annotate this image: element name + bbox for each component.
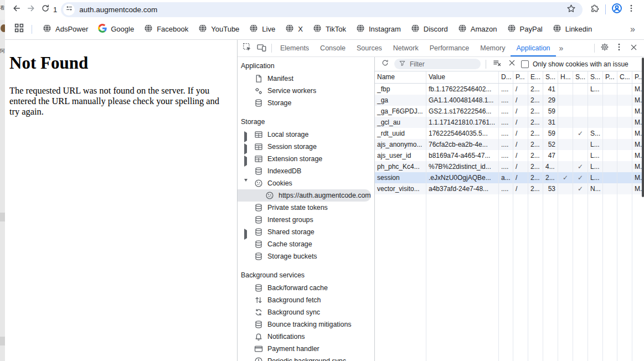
sidebar-item-label: Manifest	[267, 75, 293, 82]
cookie-table-row[interactable]: _rdt_uuid1762225464035.5......./2...59✓S…	[375, 128, 644, 139]
only-issues-checkbox[interactable]	[521, 60, 529, 68]
bookmarks-overflow-button[interactable]: »	[628, 24, 637, 34]
sidebar-item-cookie-origin[interactable]: https://auth.augmentcode.com	[238, 189, 371, 202]
expander-down-icon[interactable]	[244, 179, 248, 189]
forward-button[interactable]	[24, 2, 38, 17]
bookmark-star-button[interactable]	[565, 3, 577, 16]
sync-icon	[254, 308, 263, 317]
cookie-table-row[interactable]: ajs_user_idb8169a74-a465-47......./2...4…	[375, 150, 644, 161]
sidebar-item-background-fetch[interactable]: Background fetch	[238, 294, 374, 306]
delete-selected-button[interactable]	[506, 59, 517, 70]
address-bar[interactable]: auth.augmentcode.com	[61, 2, 583, 17]
sidebar-item-extension-storage[interactable]: Extension storage	[238, 153, 374, 165]
bookmark-item[interactable]: Amazon	[453, 22, 502, 37]
cookie-table-row[interactable]: session.eJxNzU0OgjAQBe...a.../2...2...✓✓…	[375, 172, 644, 183]
column-header[interactable]: C...	[617, 71, 632, 83]
device-toolbar-button[interactable]	[254, 42, 269, 55]
column-header[interactable]: Value	[426, 71, 499, 83]
column-header[interactable]: S...	[588, 71, 603, 83]
cookie-table-row[interactable]: ajs_anonymo...76cfa2cb-ea2b-4e......./2.…	[375, 139, 644, 150]
sidebar-item-session-storage[interactable]: Session storage	[238, 141, 374, 153]
tab-memory[interactable]: Memory	[475, 40, 511, 56]
sidebar-item-cache-storage[interactable]: Cache storage	[238, 238, 374, 250]
sidebar-item-back-forward-cache[interactable]: Back/forward cache	[238, 282, 374, 294]
bookmark-item[interactable]: PayPal	[502, 22, 548, 37]
bookmark-item[interactable]: Instagram	[351, 22, 406, 37]
browser-menu-button[interactable]	[624, 2, 638, 17]
sidebar-item-cookies[interactable]: Cookies	[238, 177, 374, 189]
cookie-cell: L...	[588, 139, 603, 150]
cookie-cell: 2...	[528, 161, 543, 172]
profile-button[interactable]	[610, 2, 624, 17]
devtools-close-button[interactable]	[626, 42, 641, 55]
sidebar-item-service-workers[interactable]: Service workers	[238, 85, 374, 97]
bookmark-item[interactable]: YouTube	[193, 22, 244, 37]
tab-network[interactable]: Network	[388, 40, 424, 56]
bookmark-item[interactable]: Google	[93, 22, 139, 37]
cookie-cell: 41	[543, 84, 558, 95]
more-tabs-button[interactable]: »	[556, 44, 567, 53]
back-button[interactable]	[9, 2, 24, 17]
cookie-cell: 2...	[543, 172, 558, 183]
column-header[interactable]: D...	[499, 71, 513, 83]
star-icon	[566, 4, 576, 16]
refresh-cookies-button[interactable]	[379, 59, 390, 70]
bookmark-label: Instagram	[369, 25, 401, 33]
bookmark-item[interactable]: Linkedin	[548, 22, 597, 37]
sidebar-item-background-sync[interactable]: Background sync	[238, 306, 374, 318]
clear-all-cookies-button[interactable]	[491, 59, 502, 70]
apps-grid-button[interactable]	[13, 22, 25, 37]
sidebar-item-notifications[interactable]: Notifications	[238, 331, 374, 343]
sidebar-item-shared-storage[interactable]: Shared storage	[238, 226, 374, 238]
column-header[interactable]: E...	[528, 71, 543, 83]
cookie-filter-field[interactable]	[394, 59, 481, 69]
bookmark-item[interactable]: TikTok	[308, 22, 351, 37]
sidebar-item-local-storage[interactable]: Local storage	[238, 128, 374, 141]
tab-console[interactable]: Console	[315, 40, 351, 56]
cookie-table-row[interactable]: ph_phc_Kc4...%7B%22distinct_id......./2.…	[375, 161, 644, 172]
bookmark-item[interactable]: AdsPower	[38, 22, 93, 37]
cookie-table-row[interactable]: vector_visito...a4b37afd-24e7-48......./…	[375, 183, 644, 194]
sidebar-section-header: Application	[238, 59, 374, 73]
sidebar-item-bounce-tracking-mitigations[interactable]: Bounce tracking mitigations	[238, 318, 374, 331]
devtools-menu-button[interactable]	[612, 42, 626, 55]
extensions-button[interactable]	[587, 2, 601, 17]
tab-elements[interactable]: Elements	[275, 40, 315, 56]
cookie-name-cell: _ga_F6GPDJ...	[375, 106, 426, 117]
cookie-table-row[interactable]: _gcl_au1.1.171421810.1761......./2...31M…	[375, 117, 644, 128]
sidebar-item-storage[interactable]: Storage	[238, 97, 374, 109]
cookie-table-row[interactable]: _fbpfb.1.176222546402......./2...41L...M…	[375, 84, 644, 95]
scrollbar-thumb[interactable]	[642, 58, 644, 197]
cookie-cell	[617, 161, 632, 172]
sidebar-item-payment-handler[interactable]: Payment handler	[238, 343, 374, 355]
cookie-table-row[interactable]: _ga_F6GPDJ...GS2.1.s176222546......./2..…	[375, 106, 644, 117]
sidebar-item-periodic-background-sync[interactable]: Periodic background sync	[238, 355, 374, 361]
reload-button[interactable]	[38, 2, 53, 17]
tab-application[interactable]: Application	[511, 40, 555, 56]
inspect-element-button[interactable]	[240, 42, 254, 55]
bookmark-item[interactable]: Discord	[406, 22, 453, 37]
column-header[interactable]: P...	[513, 71, 528, 83]
bookmark-item[interactable]: Live	[244, 22, 280, 37]
only-issues-label[interactable]: Only show cookies with an issue	[533, 60, 628, 68]
sidebar-item-private-state-tokens[interactable]: Private state tokens	[238, 202, 374, 214]
cookie-table-row[interactable]: _gaGA1.1.400481448.1......./2...29M...	[375, 95, 644, 106]
tab-sources[interactable]: Sources	[351, 40, 388, 56]
sidebar-item-interest-groups[interactable]: Interest groups	[238, 214, 374, 226]
bookmark-item[interactable]: Facebook	[139, 22, 193, 37]
column-header[interactable]: P...	[603, 71, 617, 83]
column-header[interactable]: Name	[375, 71, 426, 83]
site-settings-button[interactable]	[63, 4, 75, 16]
sidebar-item-manifest[interactable]: Manifest	[238, 73, 374, 85]
filter-input[interactable]	[409, 60, 466, 69]
sidebar-item-storage-buckets[interactable]: Storage buckets	[238, 250, 374, 262]
column-header[interactable]: S...	[573, 71, 588, 83]
url-text[interactable]: auth.augmentcode.com	[79, 6, 157, 14]
devtools-settings-button[interactable]	[597, 42, 612, 55]
sidebar-item-label: Cookies	[267, 179, 292, 187]
column-header[interactable]: S...	[543, 71, 558, 83]
column-header[interactable]: H...	[558, 71, 573, 83]
bookmark-item[interactable]: X	[280, 22, 308, 37]
sidebar-item-indexeddb[interactable]: IndexedDB	[238, 165, 374, 177]
tab-performance[interactable]: Performance	[424, 40, 475, 56]
